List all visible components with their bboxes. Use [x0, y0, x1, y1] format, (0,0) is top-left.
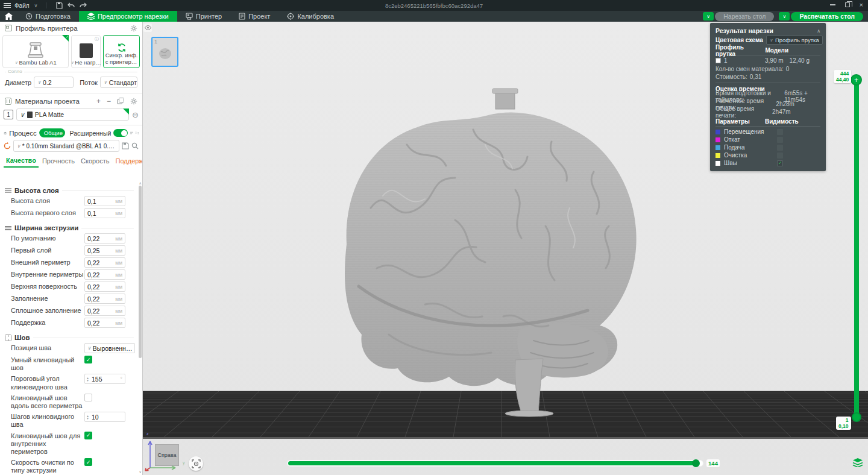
legend-checkbox-retract[interactable]: [777, 137, 783, 143]
speed-slider-fill: [288, 461, 696, 465]
sync-printer-card[interactable]: Синхр. инф.с принтер…: [103, 35, 140, 68]
legend-checkbox-travel[interactable]: [777, 129, 783, 135]
remove-filament-button[interactable]: −: [107, 97, 111, 105]
materials-header: Материалы проекта + −: [0, 95, 142, 107]
plate-type-card[interactable]: ⓘ ∨Не нагр…: [71, 35, 101, 68]
tab-calibration[interactable]: Калибровка: [278, 11, 342, 22]
tab-printer[interactable]: Принтер: [177, 11, 230, 22]
printer-settings-gear-icon[interactable]: [130, 25, 137, 32]
save-icon[interactable]: [55, 1, 63, 10]
tab-speed[interactable]: Скорость: [78, 156, 112, 167]
extrusion-inner-wall-input[interactable]: 0,22мм: [84, 269, 125, 280]
tab-project[interactable]: Проект: [230, 11, 278, 22]
layer-height-input[interactable]: 0,1мм: [84, 196, 125, 206]
legend-checkbox-wipe[interactable]: [777, 153, 783, 159]
extrusion-top-surface-input[interactable]: 0,22мм: [84, 282, 125, 292]
add-filament-button[interactable]: +: [96, 97, 101, 105]
settings-scroll-area[interactable]: Высота слоя Высота слоя 0,1мм Высота пер…: [0, 184, 137, 475]
scroll-up-caret[interactable]: ∧: [139, 181, 142, 185]
print-plate-button[interactable]: Распечатать стол: [791, 12, 863, 21]
tab-preview[interactable]: Предпросмотр нарезки: [79, 11, 177, 22]
redo-icon[interactable]: [79, 1, 87, 10]
layer-slider-top-handle[interactable]: +: [851, 74, 862, 86]
slice-dropdown-button[interactable]: ∨: [703, 12, 714, 20]
slice-plate-button[interactable]: Нарезать стол: [715, 12, 774, 21]
scroll-down-caret[interactable]: ∨: [139, 470, 142, 474]
smart-scarf-seam-checkbox[interactable]: ✓: [84, 356, 92, 363]
home-button[interactable]: [0, 11, 17, 22]
save-preset-icon[interactable]: [122, 142, 129, 149]
cost-value: 0,31: [750, 74, 761, 80]
thumbnail-visibility-button[interactable]: [143, 24, 152, 32]
filament-row: 1 ∨ PLA Matte ⊖: [0, 107, 142, 124]
minimize-button[interactable]: [830, 4, 835, 5]
filament-select[interactable]: ∨ PLA Matte: [16, 109, 129, 121]
undo-icon[interactable]: [67, 1, 75, 10]
layer-slider-track[interactable]: [854, 79, 859, 418]
color-scheme-label: Цветовая схема: [715, 37, 763, 43]
flow-select[interactable]: ∨Стандартный: [100, 77, 137, 88]
extrusion-first-layer-input[interactable]: 0,25мм: [84, 245, 125, 256]
search-icon[interactable]: [131, 142, 139, 149]
col-models: Модели: [765, 47, 820, 54]
filament-color-swatch: [27, 112, 33, 118]
setting-label: Высота первого слоя: [11, 208, 84, 217]
settings-scrollbar[interactable]: [139, 186, 142, 358]
close-button[interactable]: ×: [860, 2, 863, 8]
filament-slot[interactable]: 1: [4, 110, 13, 119]
printer-profile-icon: [5, 25, 12, 31]
extrusion-default-input[interactable]: 0,22мм: [84, 233, 125, 244]
printer-card[interactable]: ∨Bambu Lab A1: [2, 35, 69, 68]
chevron-down-icon: ∨: [71, 60, 74, 65]
filament-name: PLA Matte: [35, 111, 64, 118]
compare-preset-icon[interactable]: [136, 130, 139, 136]
scarf-angle-spinner[interactable]: ▲▼155°: [84, 374, 125, 384]
extrusion-infill-input[interactable]: 0,22мм: [84, 294, 125, 304]
legend-row-unretract: Подача: [715, 143, 820, 151]
process-preset-select[interactable]: ∨ * 0.10mm Standard @BBL A1 0.2 nozzle: [13, 140, 119, 152]
wipe-speed-checkbox[interactable]: ✓: [84, 458, 92, 466]
file-menu-chevron-icon[interactable]: ∨: [34, 3, 38, 8]
view-list-icon[interactable]: [130, 130, 133, 136]
sync-filament-list-icon[interactable]: [117, 98, 124, 104]
tab-prepare[interactable]: Подготовка: [17, 11, 79, 22]
legend-checkbox-unretract[interactable]: [777, 145, 783, 151]
group-seam: Шов: [5, 334, 134, 341]
seam-position-select[interactable]: ∨Выровненн…: [84, 343, 135, 353]
filament-settings-gear-icon[interactable]: [130, 98, 137, 105]
plate-thumbnail[interactable]: 1: [151, 37, 178, 67]
extrusion-support-input[interactable]: 0,22мм: [84, 318, 125, 328]
file-menu[interactable]: Файл: [14, 2, 30, 9]
collapse-panel-icon[interactable]: ∧: [817, 28, 820, 34]
speed-slider-handle[interactable]: [692, 459, 700, 467]
layer-slider-bottom-tooltip: 1 0,10: [836, 417, 851, 430]
restore-button[interactable]: [845, 2, 850, 7]
scarf-steps-spinner[interactable]: ▲▼10: [84, 412, 125, 422]
scarf-entire-wall-checkbox[interactable]: [84, 394, 92, 401]
print-dropdown-button[interactable]: ∨: [779, 12, 790, 20]
hamburger-icon[interactable]: [4, 3, 11, 8]
tab-strength[interactable]: Прочность: [40, 156, 77, 167]
legend-checkbox-seams[interactable]: ✓: [777, 160, 783, 166]
color-scheme-select[interactable]: ∨Профиль прутка: [766, 36, 823, 45]
layers-view-button[interactable]: [851, 457, 864, 468]
filament-weight: 12,40 g: [790, 57, 810, 64]
first-layer-height-input[interactable]: 0,1мм: [84, 208, 125, 218]
extrusion-outer-wall-input[interactable]: 0,22мм: [84, 257, 125, 268]
speed-slider[interactable]: [287, 460, 703, 467]
tab-support[interactable]: Поддержка: [113, 156, 143, 167]
view-cube[interactable]: Справа: [155, 444, 179, 466]
delete-filament-button[interactable]: ⊖: [132, 110, 139, 119]
diameter-select[interactable]: ∨0.2: [34, 77, 74, 88]
extrusion-solid-infill-input[interactable]: 0,22мм: [84, 306, 125, 316]
tab-quality[interactable]: Качество: [4, 156, 39, 168]
axis-z-label: z: [146, 432, 149, 436]
scarf-inner-walls-checkbox[interactable]: ✓: [84, 432, 92, 439]
layer-slider-bottom-handle[interactable]: [852, 412, 861, 422]
scope-global[interactable]: Общие: [39, 128, 65, 137]
snapshot-camera-button[interactable]: [189, 456, 203, 471]
reset-preset-icon[interactable]: [4, 142, 11, 149]
brain-model[interactable]: [335, 87, 648, 419]
process-scope-toggle[interactable]: Общие Модели: [39, 128, 65, 137]
advanced-toggle[interactable]: [113, 129, 128, 137]
